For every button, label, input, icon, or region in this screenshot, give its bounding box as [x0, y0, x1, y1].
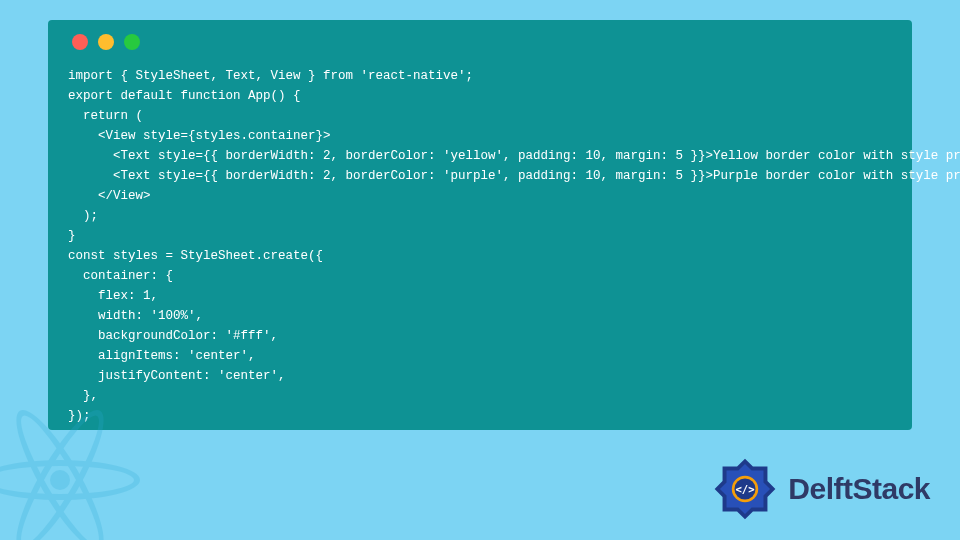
brand-name: DelftStack	[788, 472, 930, 506]
code-snippet: import { StyleSheet, Text, View } from '…	[68, 66, 892, 426]
code-panel: import { StyleSheet, Text, View } from '…	[48, 20, 912, 430]
minimize-icon[interactable]	[98, 34, 114, 50]
react-logo-watermark	[0, 380, 160, 540]
brand-badge: </> DelftStack	[712, 456, 930, 522]
window-controls	[72, 34, 892, 50]
delftstack-logo-icon: </>	[712, 456, 778, 522]
close-icon[interactable]	[72, 34, 88, 50]
svg-text:</>: </>	[736, 483, 755, 495]
maximize-icon[interactable]	[124, 34, 140, 50]
